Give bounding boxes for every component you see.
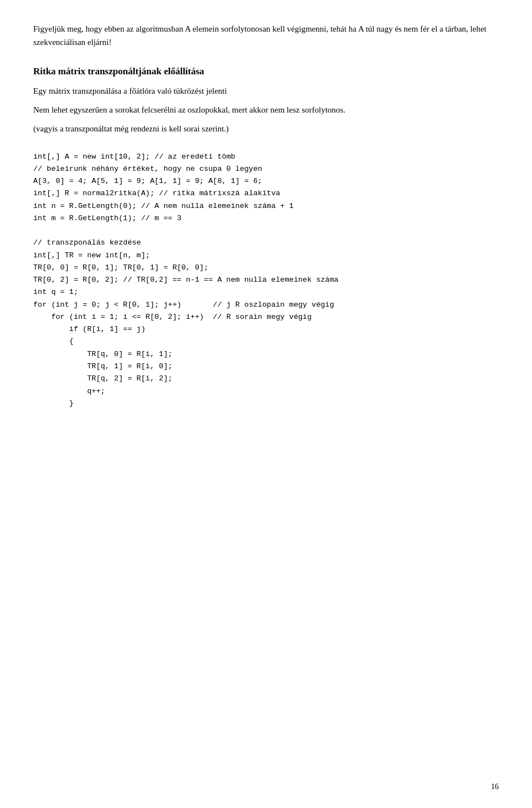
section-body-2: Nem lehet egyszerűen a sorokat felcserél…: [33, 103, 499, 116]
section-note: (vagyis a transzponáltat még rendezni is…: [33, 122, 499, 135]
intro-paragraph: Figyeljük meg, hogy ebben az algoritmusb…: [33, 22, 499, 49]
code-block: int[,] A = new int[10, 2]; // az eredeti…: [33, 151, 499, 410]
section-title: Ritka mátrix transzponáltjának előállítá…: [33, 64, 499, 79]
code-line-1: int[,] A = new int[10, 2]; // az eredeti…: [33, 153, 339, 408]
page-number: 16: [491, 782, 499, 791]
section-body-1: Egy mátrix transzponálása a főátlóra val…: [33, 84, 499, 98]
